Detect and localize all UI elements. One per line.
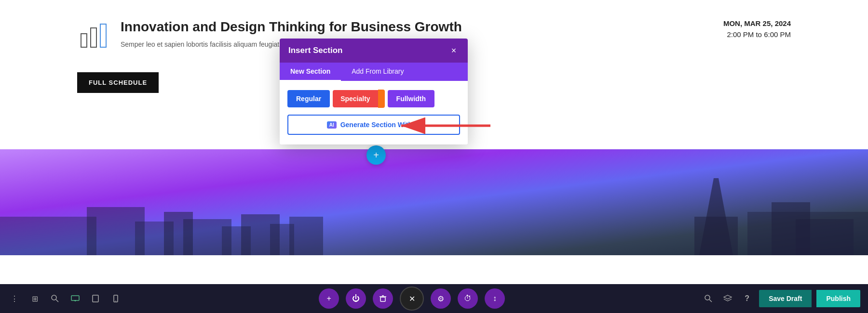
regular-section-button[interactable]: Regular (287, 90, 330, 107)
svg-point-30 (705, 295, 710, 300)
city-skyline (0, 178, 868, 255)
search-right-icon[interactable] (701, 291, 716, 306)
toolbar-center: + ⏻ ✕ ⚙ ⏱ ↕ (122, 287, 701, 311)
modal-title: Insert Section (288, 46, 342, 55)
svg-rect-18 (796, 219, 854, 255)
svg-rect-6 (694, 217, 738, 255)
modal-body: Regular Specialty Fullwidth AI Generate … (280, 81, 468, 144)
bottom-toolbar: ⋮ ⊞ + ⏻ ✕ ⚙ ⏱ ↕ ? Save Draft (0, 284, 868, 313)
toolbar-left: ⋮ ⊞ (8, 292, 122, 305)
search-icon[interactable] (48, 292, 62, 305)
svg-line-31 (709, 300, 712, 302)
mobile-icon[interactable] (109, 292, 122, 305)
publish-button[interactable]: Publish (816, 290, 860, 307)
history-button[interactable]: ⏱ (458, 288, 478, 309)
svg-rect-15 (289, 217, 323, 255)
resize-button[interactable]: ↕ (485, 288, 505, 309)
event-date: MON, MAR 25, 2024 (723, 19, 791, 27)
toolbar-right: ? Save Draft Publish (701, 290, 860, 307)
svg-rect-24 (93, 295, 98, 302)
svg-rect-2 (100, 24, 106, 47)
add-center-button[interactable]: + (319, 288, 339, 309)
svg-rect-21 (71, 296, 79, 300)
specialty-dropdown-button[interactable] (378, 90, 385, 108)
svg-line-20 (56, 300, 58, 302)
ai-button-label: Generate Section With AI (340, 121, 421, 129)
event-title: Innovation and Design Thinking for Busin… (121, 19, 723, 35)
event-date-block: MON, MAR 25, 2024 2:00 PM to 6:00 PM (723, 19, 791, 39)
event-time: 2:00 PM to 6:00 PM (723, 30, 791, 39)
canvas-area: Innovation and Design Thinking for Busin… (0, 0, 868, 284)
bottom-image-section (0, 149, 868, 255)
add-section-plus-button[interactable]: + (366, 145, 386, 165)
tablet-icon[interactable] (89, 292, 102, 305)
menu-icon[interactable]: ⋮ (8, 292, 21, 305)
grid-icon[interactable]: ⊞ (28, 292, 41, 305)
specialty-section-button[interactable]: Specialty (333, 90, 378, 107)
modal-close-button[interactable]: × (448, 45, 459, 56)
settings-button[interactable]: ⚙ (431, 288, 451, 309)
modal-header: Insert Section × (280, 39, 468, 63)
generate-with-ai-button[interactable]: AI Generate Section With AI (287, 115, 460, 135)
svg-point-26 (115, 300, 116, 301)
plus-button-area: + (366, 145, 386, 165)
modal-tabs: New Section Add From Library (280, 63, 468, 81)
section-type-row: Regular Specialty Fullwidth (287, 90, 460, 108)
save-draft-button[interactable]: Save Draft (759, 290, 812, 307)
power-button[interactable]: ⏻ (346, 288, 366, 309)
svg-point-19 (52, 295, 56, 300)
close-center-button[interactable]: ✕ (400, 287, 424, 311)
tab-new-section[interactable]: New Section (280, 63, 341, 81)
layers-icon[interactable] (720, 291, 735, 306)
desktop-icon[interactable] (68, 292, 82, 305)
svg-rect-0 (81, 34, 87, 47)
insert-section-modal: Insert Section × New Section Add From Li… (280, 39, 468, 144)
svg-rect-1 (91, 28, 96, 47)
ai-badge: AI (327, 121, 337, 129)
tab-add-from-library[interactable]: Add From Library (341, 63, 414, 81)
specialty-wrapper: Specialty (333, 90, 384, 108)
help-icon[interactable]: ? (740, 291, 754, 306)
delete-button[interactable] (373, 288, 393, 309)
chart-icon (77, 19, 111, 53)
full-schedule-button[interactable]: FULL SCHEDULE (77, 72, 159, 93)
svg-rect-27 (380, 297, 385, 301)
svg-rect-7 (0, 217, 96, 255)
fullwidth-section-button[interactable]: Fullwidth (388, 90, 434, 107)
